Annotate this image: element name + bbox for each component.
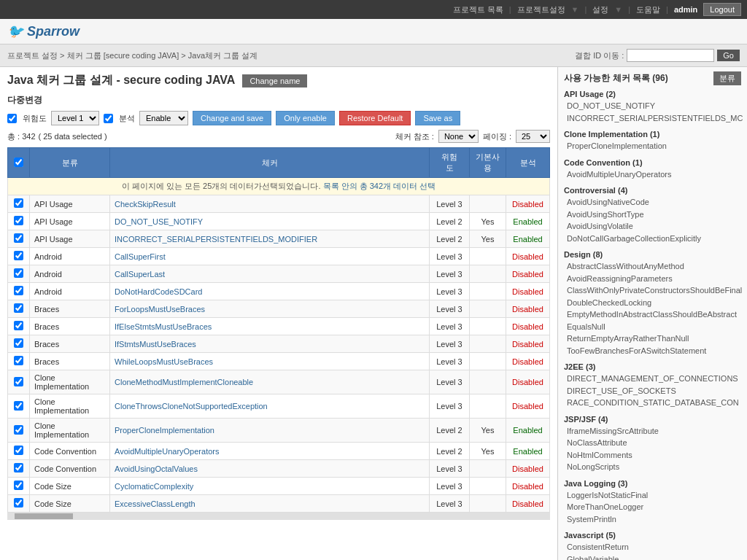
change-save-button[interactable]: Change and save — [193, 111, 271, 125]
category-item[interactable]: DoNotCallGarbageCollectionExplicitly — [564, 233, 741, 245]
nav-settings[interactable]: 설정 — [592, 4, 608, 15]
row-check-input[interactable] — [14, 251, 23, 260]
row-checkbox[interactable] — [8, 394, 30, 419]
row-check-input[interactable] — [14, 425, 23, 435]
category-item[interactable]: DO_NOT_USE_NOTIFY — [564, 100, 741, 112]
row-checker[interactable]: ForLoopsMustUseBraces — [110, 300, 430, 318]
row-checker[interactable]: CyclomaticComplexity — [110, 478, 430, 495]
row-check-input[interactable] — [14, 286, 23, 295]
row-checker[interactable]: AvoidMultipleUnaryOperators — [110, 443, 430, 460]
category-item[interactable]: IframeMissingSrcAttribute — [564, 425, 741, 438]
row-checkbox[interactable] — [8, 495, 30, 513]
analysis-select[interactable]: Enable Disable — [139, 111, 188, 125]
row-checkbox[interactable] — [8, 460, 30, 478]
logout-button[interactable]: Logout — [703, 3, 741, 16]
row-checkbox[interactable] — [8, 443, 30, 460]
row-check-input[interactable] — [14, 463, 23, 472]
row-checker[interactable]: CallSuperLast — [110, 265, 430, 283]
category-item[interactable]: AbstractClassWithoutAnyMethod — [564, 260, 741, 273]
row-checker[interactable]: DoNotHardCodeSDCard — [110, 283, 430, 300]
category-item[interactable]: ReturnEmptyArrayRatherThanNull — [564, 332, 741, 345]
category-item[interactable]: INCORRECT_SERIALPERSISTENTFIELDS_MC — [564, 112, 741, 125]
row-checkbox[interactable] — [8, 335, 30, 353]
row-checker[interactable]: IfElseStmtsMustUseBraces — [110, 318, 430, 335]
category-item[interactable]: ClassWithOnlyPrivateConstructorsShouldBe… — [564, 284, 741, 297]
row-checkbox[interactable] — [8, 265, 30, 283]
checker-link[interactable]: DoNotHardCodeSDCard — [115, 287, 202, 296]
row-check-input[interactable] — [14, 233, 23, 243]
checker-link[interactable]: CallSuperLast — [115, 270, 165, 279]
row-check-input[interactable] — [14, 216, 23, 225]
checker-link[interactable]: CyclomaticComplexity — [115, 482, 193, 491]
category-item[interactable]: NoHtmlComments — [564, 449, 741, 462]
category-item[interactable]: AvoidReassigningParameters — [564, 273, 741, 285]
row-check-input[interactable] — [14, 338, 23, 348]
checker-ref-select[interactable]: None — [438, 130, 479, 143]
category-item[interactable]: MoreThanOneLogger — [564, 501, 741, 513]
row-checkbox[interactable] — [8, 300, 30, 318]
nav-project-settings[interactable]: 프로젝트설정 — [517, 4, 565, 15]
category-item[interactable]: DIRECT_MANAGEMENT_OF_CONNECTIONS — [564, 373, 741, 385]
category-item[interactable]: GlobalVariable — [564, 553, 741, 561]
checker-link[interactable]: INCORRECT_SERIALPERSISTENTFIELDS_MODIFIE… — [115, 235, 317, 244]
category-item[interactable]: DIRECT_USE_OF_SOCKETS — [564, 385, 741, 397]
row-check-input[interactable] — [14, 481, 23, 490]
combine-id-input[interactable] — [627, 49, 714, 62]
row-checker[interactable]: CloneMethodMustImplementCloneable — [110, 370, 430, 394]
category-item[interactable]: TooFewBranchesForASwitchStatement — [564, 345, 741, 357]
category-item[interactable]: EqualsNull — [564, 321, 741, 333]
row-checkbox[interactable] — [8, 370, 30, 394]
row-checker[interactable]: CheckSkipResult — [110, 195, 430, 213]
row-check-input[interactable] — [14, 268, 23, 278]
category-item[interactable]: AvoidUsingVolatile — [564, 220, 741, 233]
nav-project-list[interactable]: 프로젝트 목록 — [453, 4, 503, 15]
row-check-input[interactable] — [14, 198, 23, 208]
row-check-input[interactable] — [14, 321, 23, 330]
checker-link[interactable]: CallSuperFirst — [115, 252, 166, 261]
row-checkbox[interactable] — [8, 230, 30, 248]
restore-default-button[interactable]: Restore Default — [339, 111, 411, 125]
horizontal-scrollbar[interactable] — [7, 513, 550, 520]
row-checkbox[interactable] — [8, 419, 30, 443]
category-item[interactable]: EmptyMethodInAbstractClassShouldBeAbstra… — [564, 308, 741, 321]
checker-link[interactable]: CheckSkipResult — [115, 200, 176, 209]
only-enable-button[interactable]: Only enable — [276, 111, 335, 125]
checker-link[interactable]: DO_NOT_USE_NOTIFY — [115, 217, 203, 226]
checker-link[interactable]: ExcessiveClassLength — [115, 499, 196, 508]
category-item[interactable]: SystemPrintln — [564, 513, 741, 526]
row-checker[interactable]: CloneThrowsCloneNotSupportedException — [110, 394, 430, 419]
row-checker[interactable]: CallSuperFirst — [110, 248, 430, 265]
row-check-input[interactable] — [14, 377, 23, 386]
category-item[interactable]: AvoidUsingNativeCode — [564, 196, 741, 209]
category-item[interactable]: AvoidUsingShortType — [564, 209, 741, 221]
row-checker[interactable]: DO_NOT_USE_NOTIFY — [110, 213, 430, 230]
row-checkbox[interactable] — [8, 195, 30, 213]
row-checker[interactable]: AvoidUsingOctalValues — [110, 460, 430, 478]
checker-link[interactable]: CloneMethodMustImplementCloneable — [115, 378, 253, 386]
row-checkbox[interactable] — [8, 213, 30, 230]
checker-link[interactable]: IfElseStmtsMustUseBraces — [115, 322, 212, 331]
change-name-button[interactable]: Change name — [242, 74, 307, 88]
checker-link[interactable]: WhileLoopsMustUseBraces — [115, 357, 213, 366]
row-check-input[interactable] — [14, 446, 23, 455]
category-item[interactable]: AvoidMultipleUnaryOperators — [564, 168, 741, 181]
checker-link[interactable]: AvoidMultipleUnaryOperators — [115, 447, 219, 456]
row-checker[interactable]: ProperCloneImplementation — [110, 419, 430, 443]
paging-select[interactable]: 25 50 100 — [516, 130, 550, 143]
checker-link[interactable]: IfStmtsMustUseBraces — [115, 340, 196, 349]
checker-link[interactable]: ForLoopsMustUseBraces — [115, 305, 205, 314]
category-item[interactable]: RACE_CONDITION_STATIC_DATABASE_CON — [564, 397, 741, 409]
row-checker[interactable]: INCORRECT_SERIALPERSISTENTFIELDS_MODIFIE… — [110, 230, 430, 248]
category-item[interactable]: NoLongScripts — [564, 461, 741, 473]
risk-checkbox[interactable] — [7, 114, 17, 123]
save-as-button[interactable]: Save as — [415, 111, 460, 125]
row-check-input[interactable] — [14, 356, 23, 365]
analysis-checkbox[interactable] — [104, 114, 113, 123]
category-item[interactable]: LoggerIsNotStaticFinal — [564, 489, 741, 502]
select-all-link[interactable]: 목록 안의 총 342개 데이터 선택 — [323, 182, 436, 190]
row-checker[interactable]: WhileLoopsMustUseBraces — [110, 353, 430, 370]
category-item[interactable]: ProperCloneImplementation — [564, 140, 741, 152]
checker-link[interactable]: CloneThrowsCloneNotSupportedException — [115, 402, 268, 411]
row-check-input[interactable] — [14, 303, 23, 313]
row-checker[interactable]: ExcessiveClassLength — [110, 495, 430, 513]
